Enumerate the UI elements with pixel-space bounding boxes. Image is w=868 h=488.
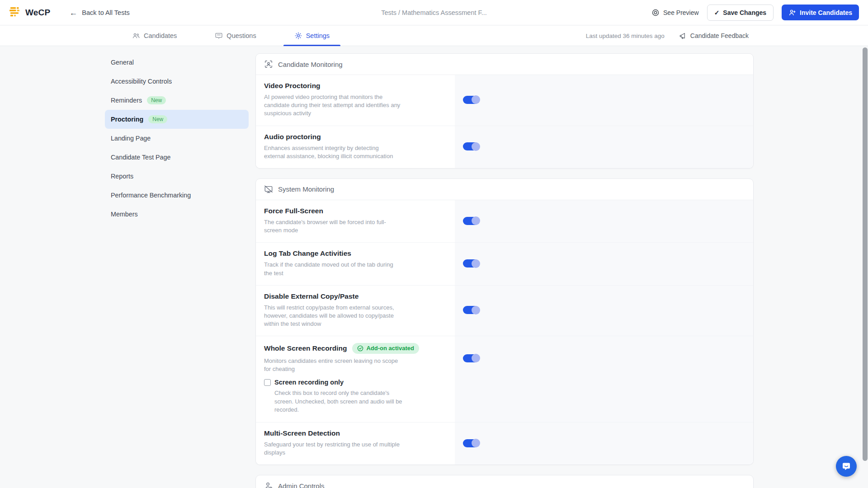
toggle-knob: [472, 259, 480, 268]
toggle-knob: [472, 216, 480, 225]
toggle-multi-screen-detection[interactable]: [463, 439, 479, 447]
setting-title: Whole Screen Recording: [264, 344, 347, 352]
setting-title-line: Force Full-Screen: [264, 207, 463, 215]
wecp-logo-icon: [9, 7, 21, 18]
chat-widget-button[interactable]: [836, 456, 857, 477]
sidebar-item-candidate-test-page[interactable]: Candidate Test Page: [105, 148, 249, 167]
vertical-scrollbar-thumb[interactable]: [863, 47, 868, 461]
toggle-log-tab-change-activities[interactable]: [463, 259, 479, 267]
sidebar-item-reports[interactable]: Reports: [105, 167, 249, 186]
setting-row-main: Log Tab Change ActivitiesTrack if the ca…: [264, 249, 745, 277]
check-circle-icon: [357, 345, 363, 352]
back-to-all-tests-link[interactable]: ← Back to All Tests: [69, 9, 129, 17]
setting-description: AI powered video proctoring that monitor…: [264, 93, 463, 118]
toggle-video-proctoring[interactable]: [463, 96, 479, 104]
section-card-candidate-monitoring: Candidate MonitoringVideo ProctoringAI p…: [255, 53, 754, 169]
setting-row-main: Multi-Screen DetectionSafeguard your tes…: [264, 429, 745, 457]
toggle-knob: [472, 439, 480, 447]
setting-title-line: Audio proctoring: [264, 133, 463, 141]
setting-title: Multi-Screen Detection: [264, 429, 340, 437]
save-changes-label: Save Changes: [723, 9, 766, 16]
section-header-system-monitoring: System Monitoring: [256, 179, 753, 200]
user-plus-icon: [788, 9, 796, 16]
section-title: Candidate Monitoring: [278, 61, 343, 68]
setting-description: This will restrict copy/paste from exter…: [264, 304, 463, 328]
user-scan-icon: [264, 60, 273, 69]
sidebar-item-performance-benchmarking[interactable]: Performance Benchmarking: [105, 186, 249, 205]
breadcrumb: Tests / Mathematics Assessment F...: [381, 9, 487, 16]
sidebar-item-label: General: [111, 59, 134, 66]
sidebar-item-reminders[interactable]: RemindersNew: [105, 91, 249, 110]
monitor-off-icon: [264, 185, 273, 194]
last-updated-text: Last updated 36 minutes ago: [586, 33, 665, 39]
sidebar-item-label: Reminders: [111, 97, 142, 104]
tabs: Candidates Questions Set: [121, 26, 340, 46]
sub-option-description: Check this box to record only the candid…: [274, 389, 745, 414]
see-preview-button[interactable]: See Preview: [651, 9, 699, 17]
setting-description: The candidate's browser will be forced i…: [264, 218, 463, 235]
setting-row-main: Video ProctoringAI powered video proctor…: [264, 82, 745, 118]
save-changes-button[interactable]: ✓ Save Changes: [707, 5, 774, 21]
setting-row-main: Whole Screen RecordingAdd-on activatedMo…: [264, 343, 745, 373]
brand-name: WeCP: [25, 8, 50, 18]
tab-candidates[interactable]: Candidates: [121, 26, 188, 46]
tab-settings[interactable]: Settings: [283, 26, 340, 46]
addon-activated-badge: Add-on activated: [352, 343, 419, 354]
setting-row-disable-external-copy-paste: Disable External Copy/PasteThis will res…: [256, 286, 753, 337]
setting-sub-option: Screen recording onlyCheck this box to r…: [264, 379, 745, 414]
back-label: Back to All Tests: [82, 9, 129, 16]
setting-description: Enhances assessment integrity by detecti…: [264, 144, 463, 160]
invite-candidates-label: Invite Candidates: [800, 9, 852, 16]
setting-row-main: Force Full-ScreenThe candidate's browser…: [264, 207, 745, 235]
gear-icon: [294, 32, 302, 40]
candidate-feedback-button[interactable]: Candidate Feedback: [679, 32, 749, 40]
addon-badge-label: Add-on activated: [366, 345, 414, 352]
toggle-disable-external-copy-paste[interactable]: [463, 306, 479, 314]
setting-title: Audio proctoring: [264, 133, 321, 141]
tab-bar-right: Last updated 36 minutes ago Candidate Fe…: [586, 26, 749, 46]
setting-row-multi-screen-detection: Multi-Screen DetectionSafeguard your tes…: [256, 422, 753, 465]
setting-row-log-tab-change-activities: Log Tab Change ActivitiesTrack if the ca…: [256, 243, 753, 285]
section-card-system-monitoring: System MonitoringForce Full-ScreenThe ca…: [255, 178, 754, 465]
section-title: Admin Controls: [278, 482, 325, 488]
settings-sections: Candidate MonitoringVideo ProctoringAI p…: [255, 53, 754, 488]
user-admin-icon: [264, 481, 273, 488]
setting-info: Video ProctoringAI powered video proctor…: [264, 82, 463, 118]
sidebar-item-label: Accessibility Controls: [111, 78, 172, 85]
check-icon: ✓: [714, 9, 720, 16]
setting-row-main: Disable External Copy/PasteThis will res…: [264, 292, 745, 328]
setting-title-line: Whole Screen RecordingAdd-on activated: [264, 343, 463, 354]
section-header-candidate-monitoring: Candidate Monitoring: [256, 54, 753, 75]
sidebar-item-accessibility-controls[interactable]: Accessibility Controls: [105, 72, 249, 91]
setting-info: Audio proctoringEnhances assessment inte…: [264, 133, 463, 160]
sidebar-item-general[interactable]: General: [105, 53, 249, 72]
setting-info: Multi-Screen DetectionSafeguard your tes…: [264, 429, 463, 457]
setting-description: Safeguard your test by restricting the u…: [264, 441, 463, 457]
preview-eye-icon: [651, 9, 660, 17]
setting-row-audio-proctoring: Audio proctoringEnhances assessment inte…: [256, 126, 753, 168]
tab-label: Questions: [226, 32, 256, 39]
toggle-knob: [472, 306, 480, 314]
setting-row-force-full-screen: Force Full-ScreenThe candidate's browser…: [256, 200, 753, 243]
setting-title-line: Video Proctoring: [264, 82, 463, 90]
setting-title-line: Multi-Screen Detection: [264, 429, 463, 437]
toggle-knob: [472, 354, 480, 362]
brand[interactable]: WeCP: [9, 7, 50, 18]
setting-description: Monitors candidates entire screen leavin…: [264, 357, 463, 373]
sidebar-item-landing-page[interactable]: Landing Page: [105, 129, 249, 148]
tab-questions[interactable]: Questions: [204, 26, 267, 46]
toggle-knob: [472, 95, 480, 104]
setting-row-video-proctoring: Video ProctoringAI powered video proctor…: [256, 75, 753, 126]
checkbox-screen-recording-only[interactable]: [264, 379, 271, 386]
tab-label: Candidates: [144, 32, 177, 39]
sub-option-label: Screen recording only: [274, 379, 344, 386]
toggle-force-full-screen[interactable]: [463, 217, 479, 225]
sidebar-item-label: Landing Page: [111, 135, 151, 142]
toggle-whole-screen-recording[interactable]: [463, 354, 479, 362]
sidebar-item-proctoring[interactable]: ProctoringNew: [105, 110, 249, 129]
toggle-audio-proctoring[interactable]: [463, 142, 479, 150]
invite-candidates-button[interactable]: Invite Candidates: [782, 5, 859, 20]
setting-info: Force Full-ScreenThe candidate's browser…: [264, 207, 463, 235]
sidebar-item-members[interactable]: Members: [105, 205, 249, 224]
chat-icon: [215, 32, 223, 40]
